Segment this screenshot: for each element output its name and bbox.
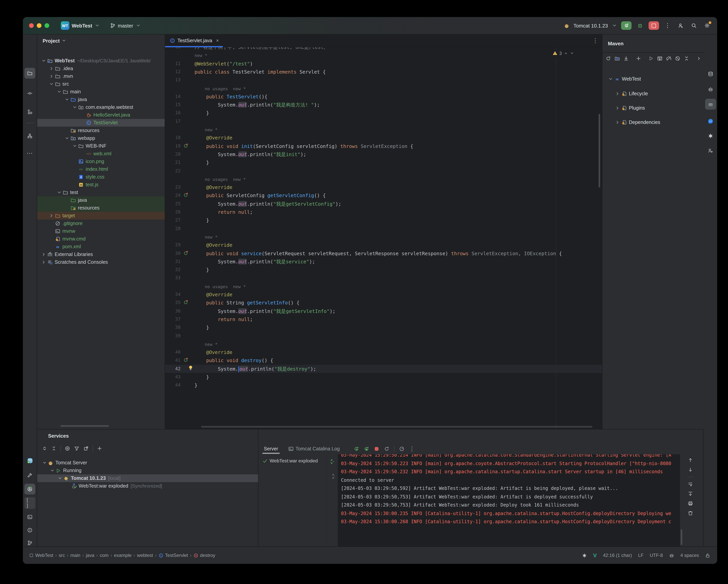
code-line-44[interactable]: 44} xyxy=(165,381,602,390)
tool-pull-requests-button[interactable]: ? xyxy=(24,106,35,117)
project-item-web-xml[interactable]: </>web.xml xyxy=(37,150,165,158)
tab-server[interactable]: Server xyxy=(262,446,280,452)
service-item-tomcat-10-1-23[interactable]: Tomcat 10.1.23[local] xyxy=(37,474,258,482)
project-item--mvn[interactable]: .mvn xyxy=(37,73,165,80)
inlay-hint-row[interactable]: no usages new * xyxy=(165,175,602,183)
code-line-36[interactable]: 36 System.out.println("我是getServletInfo"… xyxy=(165,307,602,315)
project-item-java[interactable]: java xyxy=(37,196,165,204)
tool-problems-button[interactable] xyxy=(24,525,35,536)
project-item-src[interactable]: src xyxy=(37,80,165,88)
softwrap-button[interactable] xyxy=(688,481,693,487)
tool-build-hammer-button[interactable] xyxy=(24,470,35,481)
tool-notifications-bell-button[interactable] xyxy=(705,53,716,64)
code-line-31[interactable]: 31 System.out.println("我是service"); xyxy=(165,258,602,266)
project-item-index-html[interactable]: <>index.html xyxy=(37,165,165,173)
chevron-down-icon[interactable] xyxy=(49,81,54,87)
project-item-mvnw[interactable]: mvnw xyxy=(37,227,165,235)
plus-button[interactable] xyxy=(636,56,641,61)
project-widget[interactable]: WT WebTest xyxy=(61,21,100,30)
tool-maven-m-button[interactable]: m xyxy=(705,99,716,110)
run-window-button[interactable] xyxy=(657,56,662,61)
maven-node-dependencies[interactable]: Dependencies xyxy=(615,120,660,125)
tool-commit-button[interactable] xyxy=(24,88,35,99)
chevron-down-icon[interactable] xyxy=(64,97,70,102)
cloud-off-button[interactable] xyxy=(666,56,671,61)
refresh-button[interactable] xyxy=(384,446,389,452)
plus-button[interactable] xyxy=(97,446,102,451)
gauge-button[interactable] xyxy=(399,446,405,452)
chevron-right-icon[interactable] xyxy=(41,260,47,265)
project-item-webtest[interactable]: WebTest~/Desktop/CS/JavaEE/1 JavaWeb/ xyxy=(37,57,165,65)
chevron-down-icon[interactable] xyxy=(57,89,62,95)
inlay-hint-row[interactable]: no usages new * xyxy=(165,84,602,92)
zoom-window-button[interactable] xyxy=(45,23,49,28)
override-gutter-icon[interactable] xyxy=(183,249,189,258)
project-item-helloservlet-java[interactable]: HelloServlet.java xyxy=(37,111,165,119)
project-item--idea[interactable]: .idea xyxy=(37,65,165,73)
tool-services-run-button[interactable] xyxy=(24,484,35,495)
maven-node-plugins[interactable]: Plugins xyxy=(615,105,645,111)
code-line-39[interactable]: 39 xyxy=(165,332,602,340)
tool-more-dots-button[interactable]: ⋯ xyxy=(24,148,35,158)
chevron-down-icon[interactable] xyxy=(41,58,47,63)
code-line-24[interactable]: 24 public ServletConfig getServletConfig… xyxy=(165,191,602,200)
project-item-target[interactable]: target xyxy=(37,212,165,219)
scroll-end-button[interactable] xyxy=(688,491,693,497)
log-vertical-scrollbar[interactable] xyxy=(681,529,682,545)
sync-button[interactable] xyxy=(605,56,611,61)
target-button[interactable] xyxy=(65,446,70,451)
inspection-widget[interactable]: 3 xyxy=(550,50,576,57)
breadcrumb-java[interactable]: java xyxy=(86,553,94,558)
code-line-37[interactable]: 37 return null; xyxy=(165,315,602,323)
tool-meet-brackets-button[interactable]: [ ] xyxy=(24,498,35,508)
code-line-34[interactable]: 34 @Override xyxy=(165,290,602,299)
project-item-mvnw-cmd[interactable]: mvnw.cmd xyxy=(37,235,165,243)
code-line-16[interactable]: 16 } xyxy=(165,109,602,117)
rerun-button[interactable] xyxy=(621,21,631,30)
override-gutter-icon[interactable] xyxy=(183,356,189,365)
code-line-30[interactable]: 30 public void service(ServletRequest se… xyxy=(165,249,602,258)
breadcrumb-destroy[interactable]: mdestroy xyxy=(193,553,215,558)
tool-people-chat-button[interactable] xyxy=(705,145,716,156)
breadcrumb-testservlet[interactable]: CTestServlet xyxy=(158,553,188,558)
code-line-21[interactable]: 21 } xyxy=(165,158,602,167)
expand-all-button[interactable] xyxy=(42,446,47,451)
close-window-button[interactable] xyxy=(29,23,34,28)
code-line-28[interactable]: 28 xyxy=(165,224,602,233)
filter-button[interactable] xyxy=(74,446,79,451)
inlay-hint-row[interactable]: new * xyxy=(165,233,602,241)
chevron-down-icon[interactable] xyxy=(72,105,77,110)
chevron-down-icon[interactable] xyxy=(50,468,55,473)
project-item-test[interactable]: test xyxy=(37,189,165,196)
inlay-hint-row[interactable]: new * xyxy=(165,126,602,134)
rollback-arrows-icon[interactable] xyxy=(330,474,335,479)
code-line-23[interactable]: 23 @Override xyxy=(165,183,602,191)
breadcrumb-webtest[interactable]: WebTest xyxy=(29,553,53,558)
project-item-webapp[interactable]: webapp xyxy=(37,134,165,142)
rerun-debug-button[interactable] xyxy=(364,446,369,452)
chevron-right-icon[interactable] xyxy=(49,74,54,79)
play-gray-button[interactable] xyxy=(648,56,654,61)
code-with-me-button[interactable] xyxy=(676,21,685,30)
open-new-button[interactable] xyxy=(83,446,89,451)
project-item-test-js[interactable]: JStest.js xyxy=(37,181,165,189)
code-line-27[interactable]: 27 } xyxy=(165,216,602,224)
inlay-hint-row[interactable]: no usages new * xyxy=(165,282,602,290)
service-item-webtest-war-exploded[interactable]: WebTest:war exploded[Synchronized] xyxy=(37,482,258,490)
trash-button[interactable] xyxy=(688,510,693,516)
override-gutter-icon[interactable] xyxy=(183,191,189,200)
project-item-resources[interactable]: resources xyxy=(37,204,165,212)
code-line-11[interactable]: 11@WebServlet("/test") xyxy=(165,59,602,68)
down-button[interactable] xyxy=(688,467,693,473)
project-item-icon-png[interactable]: icon.png xyxy=(37,158,165,165)
override-gutter-icon[interactable] xyxy=(183,299,189,307)
project-item-testservlet[interactable]: CTestServlet xyxy=(37,119,165,127)
code-line-17[interactable]: 17 xyxy=(165,117,602,126)
code-line-10[interactable]: 10// 在这个例子中, Servlet的名字是test, URL是/test。 xyxy=(165,47,602,51)
code-line-43[interactable]: 43 } xyxy=(165,373,602,381)
status-v-badge[interactable]: V xyxy=(593,552,597,558)
collapse-all-button[interactable] xyxy=(51,446,57,451)
code-line-29[interactable]: 29 @Override xyxy=(165,241,602,249)
tab-testservlet[interactable]: C TestServlet.java × xyxy=(165,34,223,47)
maven-project-root[interactable]: mWebTest xyxy=(608,76,641,82)
